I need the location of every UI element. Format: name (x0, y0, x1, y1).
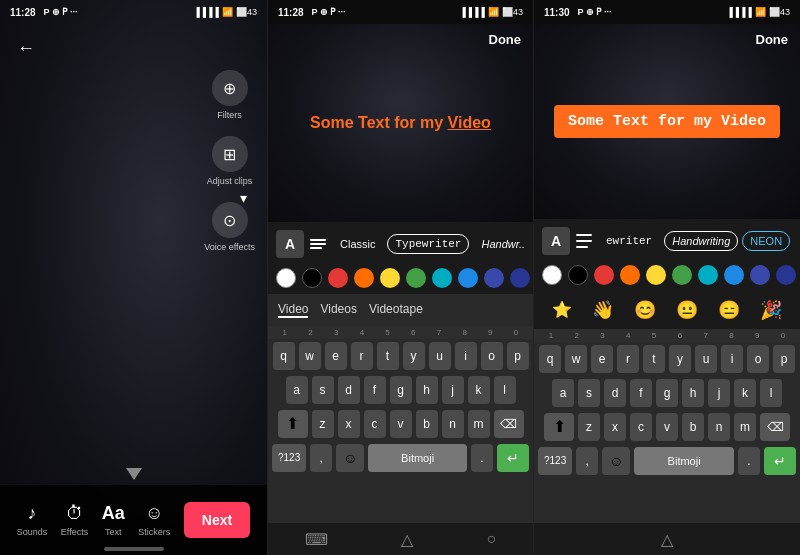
color-teal-2[interactable] (432, 268, 452, 288)
key-h[interactable]: h (416, 376, 438, 404)
star-icon[interactable]: ⭐ (552, 300, 572, 319)
key-x[interactable]: x (338, 410, 360, 438)
key-u[interactable]: u (429, 342, 451, 370)
style-handwriting-3[interactable]: Handwriting (664, 231, 738, 251)
color-orange-3[interactable] (620, 265, 640, 285)
key3-b[interactable]: b (682, 413, 704, 441)
color-red-2[interactable] (328, 268, 348, 288)
color-white-2[interactable] (276, 268, 296, 288)
key-b[interactable]: b (416, 410, 438, 438)
delete-key-3[interactable]: ⌫ (760, 413, 790, 441)
sidebar-item-adjust[interactable]: ⊞ Adjust clips (207, 136, 253, 186)
color-teal-3[interactable] (698, 265, 718, 285)
shift-key-3[interactable]: ⬆ (544, 413, 574, 441)
enter-key-2[interactable]: ↵ (497, 444, 529, 472)
key3-t[interactable]: t (643, 345, 665, 373)
key-w[interactable]: w (299, 342, 321, 370)
key-g[interactable]: g (390, 376, 412, 404)
color-white-3[interactable] (542, 265, 562, 285)
color-green-3[interactable] (672, 265, 692, 285)
neutral2-emoji[interactable]: 😑 (718, 299, 740, 321)
style-typewriter[interactable]: Typewriter (387, 234, 469, 254)
comma-key-3[interactable]: , (576, 447, 598, 475)
key-v[interactable]: v (390, 410, 412, 438)
done-button-3[interactable]: Done (756, 32, 789, 47)
key-d[interactable]: d (338, 376, 360, 404)
done-button-2[interactable]: Done (489, 32, 522, 47)
key3-h[interactable]: h (682, 379, 704, 407)
back-button[interactable]: ← (10, 32, 42, 64)
style-handwriting[interactable]: Handwr... (473, 234, 525, 254)
color-blue3-3[interactable] (750, 265, 770, 285)
color-blue-2[interactable] (458, 268, 478, 288)
neutral-emoji[interactable]: 😐 (676, 299, 698, 321)
align-icon-2[interactable] (310, 239, 326, 249)
key-s[interactable]: s (312, 376, 334, 404)
suggestion-videotape[interactable]: Videotape (369, 302, 423, 318)
key-p[interactable]: p (507, 342, 529, 370)
nav-back-icon[interactable]: △ (401, 530, 413, 549)
keyboard-nav-icon[interactable]: ⌨ (305, 530, 328, 549)
key-r[interactable]: r (351, 342, 373, 370)
key-q[interactable]: q (273, 342, 295, 370)
delete-key-2[interactable]: ⌫ (494, 410, 524, 438)
text-format-icon-3[interactable]: A (542, 227, 570, 255)
color-black-2[interactable] (302, 268, 322, 288)
key3-e[interactable]: e (591, 345, 613, 373)
color-blue-3[interactable] (724, 265, 744, 285)
key3-n[interactable]: n (708, 413, 730, 441)
key-j[interactable]: j (442, 376, 464, 404)
chevron-down-icon[interactable]: ▾ (240, 190, 247, 206)
key-f[interactable]: f (364, 376, 386, 404)
key3-d[interactable]: d (604, 379, 626, 407)
color-yellow-2[interactable] (380, 268, 400, 288)
key3-k[interactable]: k (734, 379, 756, 407)
style-classic[interactable]: Classic (332, 234, 383, 254)
numbers-toggle-3[interactable]: ?123 (538, 447, 572, 475)
key-e[interactable]: e (325, 342, 347, 370)
effects-button[interactable]: ⏱ Effects (61, 503, 88, 537)
sounds-button[interactable]: ♪ Sounds (17, 503, 48, 537)
key3-r[interactable]: r (617, 345, 639, 373)
suggestion-videos[interactable]: Videos (320, 302, 356, 318)
numbers-toggle-2[interactable]: ?123 (272, 444, 306, 472)
party-emoji[interactable]: 🎉 (760, 299, 782, 321)
key-o[interactable]: o (481, 342, 503, 370)
key3-o[interactable]: o (747, 345, 769, 373)
text-button[interactable]: Aa Text (102, 503, 125, 537)
shift-key-2[interactable]: ⬆ (278, 410, 308, 438)
key-a[interactable]: a (286, 376, 308, 404)
nav-back-icon-3[interactable]: △ (661, 530, 673, 549)
align-icon-3[interactable] (576, 234, 592, 248)
color-green-2[interactable] (406, 268, 426, 288)
key3-j[interactable]: j (708, 379, 730, 407)
style-neon[interactable]: NEON (742, 231, 790, 251)
color-red-3[interactable] (594, 265, 614, 285)
key3-i[interactable]: i (721, 345, 743, 373)
style-ewriter[interactable]: ewriter (598, 231, 660, 251)
smile-emoji[interactable]: 😊 (634, 299, 656, 321)
space-key-2[interactable]: Bitmoji (368, 444, 467, 472)
key3-g[interactable]: g (656, 379, 678, 407)
key3-f[interactable]: f (630, 379, 652, 407)
key3-l[interactable]: l (760, 379, 782, 407)
emoji-key-2[interactable]: ☺ (336, 444, 364, 472)
color-darkblue-2[interactable] (510, 268, 530, 288)
key-m[interactable]: m (468, 410, 490, 438)
key3-x[interactable]: x (604, 413, 626, 441)
key3-q[interactable]: q (539, 345, 561, 373)
space-key-3[interactable]: Bitmoji (634, 447, 734, 475)
emoji-key-3[interactable]: ☺ (602, 447, 630, 475)
period-key-2[interactable]: . (471, 444, 493, 472)
wave-emoji[interactable]: 👋 (592, 299, 614, 321)
key-t[interactable]: t (377, 342, 399, 370)
sidebar-item-filters[interactable]: ⊕ Filters (212, 70, 248, 120)
key3-w[interactable]: w (565, 345, 587, 373)
key3-z[interactable]: z (578, 413, 600, 441)
key3-c[interactable]: c (630, 413, 652, 441)
key3-p[interactable]: p (773, 345, 795, 373)
key3-y[interactable]: y (669, 345, 691, 373)
suggestion-video[interactable]: Video (278, 302, 308, 318)
nav-circle-icon[interactable]: ○ (487, 530, 497, 548)
period-key-3[interactable]: . (738, 447, 760, 475)
